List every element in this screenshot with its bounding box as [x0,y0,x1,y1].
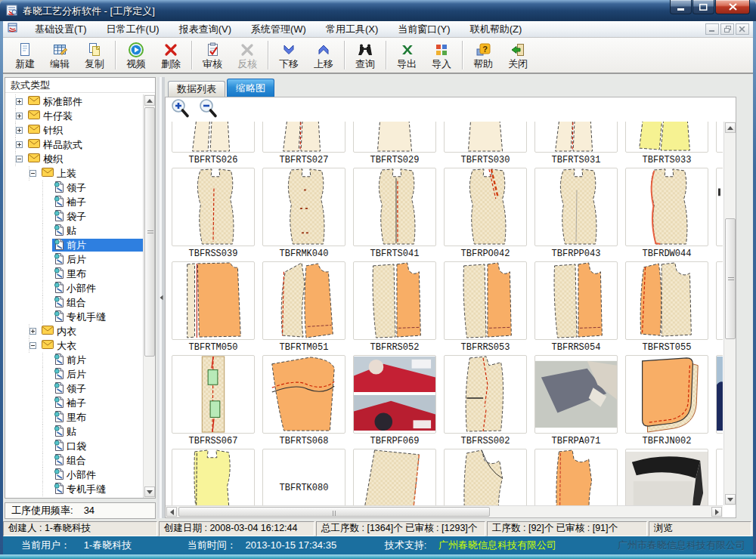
tree-item-leaf[interactable]: 口袋 [5,439,143,453]
scroll-thumb[interactable] [178,507,490,517]
thumbnail-cell[interactable]: TBFRTM051 [262,261,347,354]
horizontal-scrollbar[interactable] [166,505,723,517]
tree-item-leaf[interactable]: 袋子 [5,209,143,224]
tree-expand-plus-icon[interactable] [16,127,26,134]
thumbnail-cell[interactable]: TBFRPA071 [534,355,619,447]
toolbar-button-close[interactable]: 关闭 [500,39,535,72]
toolbar-button-help[interactable]: ?帮助 [466,39,500,72]
tree-item-leaf[interactable]: 小部件 [5,281,143,295]
tab-thumbnail-view[interactable]: 缩略图 [227,79,274,97]
menu-item[interactable]: 基础设置(T) [25,21,97,37]
tree-expand-plus-icon[interactable] [16,141,26,148]
vertical-scrollbar[interactable] [723,122,736,505]
thumbnail-cell[interactable] [716,261,723,354]
thumbnail-cell[interactable] [716,355,723,447]
thumbnail-cell[interactable]: TBFRPF069 [353,355,438,447]
thumbnail-cell[interactable]: TBFRRS054 [534,261,619,354]
tree-item-folder[interactable]: 上装 [5,166,143,181]
thumbnail-cell[interactable]: TBFRTS033 [625,122,710,166]
toolbar-button-search[interactable]: 查询 [348,39,383,72]
tree-item-leaf[interactable]: 袖子 [5,195,143,209]
tree-item-folder[interactable]: 标准部件 [5,94,143,109]
thumbnail-cell[interactable]: TBFRTS068 [262,355,347,447]
tree-item-leaf[interactable]: 里布 [5,267,143,281]
tree-item-leaf[interactable]: 组合 [5,295,143,310]
thumbnail-cell[interactable]: TBFRTS026 [172,122,256,166]
tree-scroll-thumb[interactable] [144,107,155,357]
thumbnail-cell[interactable]: TBFRMK040 [262,168,347,260]
tree-item-leaf[interactable]: 领子 [5,181,143,195]
thumbnail-cell[interactable]: TBFRRS052 [353,261,438,354]
menu-item[interactable]: 报表查询(V) [169,21,241,37]
panel-splitter[interactable] [157,77,165,518]
thumbnail-cell[interactable]: TBFRTS031 [534,122,619,166]
menu-item[interactable]: 系统管理(W) [241,21,316,37]
toolbar-button-delete[interactable]: 删除 [153,39,188,72]
thumbnail-cell[interactable] [716,449,723,505]
mdi-close-button[interactable] [736,23,749,35]
maximize-button[interactable] [692,0,714,14]
scroll-up-button[interactable] [725,122,736,133]
zoom-out-button[interactable] [199,98,218,122]
thumbnail-cell[interactable]: TBFRSS067 [172,355,256,447]
thumbnail-cell[interactable] [625,449,710,505]
scroll-down-button[interactable] [725,494,736,505]
menu-item[interactable]: 联机帮助(Z) [460,21,532,37]
thumbnail-cell[interactable]: TBFRRS053 [444,261,528,354]
tree-item-leaf[interactable]: 前片 [5,353,143,367]
scroll-thumb[interactable] [725,218,736,339]
tree-item-leaf[interactable]: 领子 [5,381,143,396]
thumbnail-cell[interactable]: TBFRSS002 [444,355,528,447]
toolbar-button-move-down[interactable]: 下移 [271,39,306,72]
thumbnail-cell[interactable]: TBFRPP043 [534,168,619,260]
toolbar-button-import[interactable]: 导入 [424,39,459,72]
menu-item[interactable]: 当前窗口(Y) [388,21,460,37]
tree-expand-minus-icon[interactable] [16,156,26,162]
tree-item-leaf[interactable]: 袖子 [5,396,143,410]
tree-expand-plus-icon[interactable] [29,328,40,335]
thumbnail-cell[interactable]: TBFRTS030 [444,122,528,166]
toolbar-button-export[interactable]: 导出 [389,39,424,72]
tree-scroll-down-button[interactable] [144,486,155,497]
tree-item-folder[interactable]: 针织 [5,123,143,137]
tree-item-leaf[interactable]: 专机手缝 [5,482,143,496]
toolbar-button-copy[interactable]: 复制 [77,39,112,72]
scroll-left-button[interactable] [166,507,177,517]
thumbnail-cell[interactable]: TBFRTS029 [353,122,438,166]
tree-item-leaf[interactable]: 后片 [5,252,143,267]
tree-item-folder[interactable]: 样品款式 [5,137,143,152]
mdi-minimize-button[interactable] [705,23,719,35]
thumbnail-cell[interactable] [353,449,438,505]
close-button[interactable] [715,0,750,14]
tree-scroll-up-button[interactable] [144,95,155,106]
thumbnail-cell[interactable]: TBFRDW044 [625,168,710,260]
toolbar-button-video[interactable]: 视频 [119,39,153,72]
zoom-in-button[interactable] [171,98,191,122]
tree-item-folder[interactable]: 梭织 [5,152,143,166]
toolbar-button-unaudit[interactable]: 反核 [230,39,265,72]
thumbnail-cell[interactable]: TBFRSS039 [172,168,256,260]
toolbar-button-audit[interactable]: 审核 [195,39,230,72]
tree-expand-plus-icon[interactable] [16,98,26,105]
thumbnail-cell[interactable] [534,449,619,505]
toolbar-button-new[interactable]: 新建 [8,39,42,72]
tree-item-leaf[interactable]: 贴 [5,425,143,439]
thumbnail-cell[interactable]: TBFRPO042 [444,168,528,260]
tree-item-leaf[interactable]: 后片 [5,367,143,381]
toolbar-button-edit[interactable]: 编辑 [42,39,77,72]
thumbnail-cell[interactable] [444,449,528,505]
tree-expand-plus-icon[interactable] [16,113,26,119]
tree-item-folder[interactable]: 内衣 [5,324,143,338]
thumbnail-cell[interactable]: TBFRST055 [625,261,710,354]
thumbnail-cell[interactable]: TBFRTS027 [262,122,347,166]
tree-item-leaf[interactable]: 小部件 [5,468,143,482]
thumbnail-cell[interactable]: TBFRTS041 [353,168,438,260]
thumbnail-cell[interactable] [716,122,723,166]
scroll-right-button[interactable] [711,507,722,517]
tree-item-leaf[interactable]: 专机手缝 [5,310,143,324]
thumbnail-cell[interactable]: TBFRTK080 [262,449,347,505]
tree-item-folder[interactable]: 牛仔装 [5,109,143,123]
tree-item-folder[interactable]: 大衣 [5,338,143,353]
menu-item[interactable]: 日常工作(U) [97,21,169,37]
thumbnail-cell[interactable]: TBFRJN002 [625,355,710,447]
